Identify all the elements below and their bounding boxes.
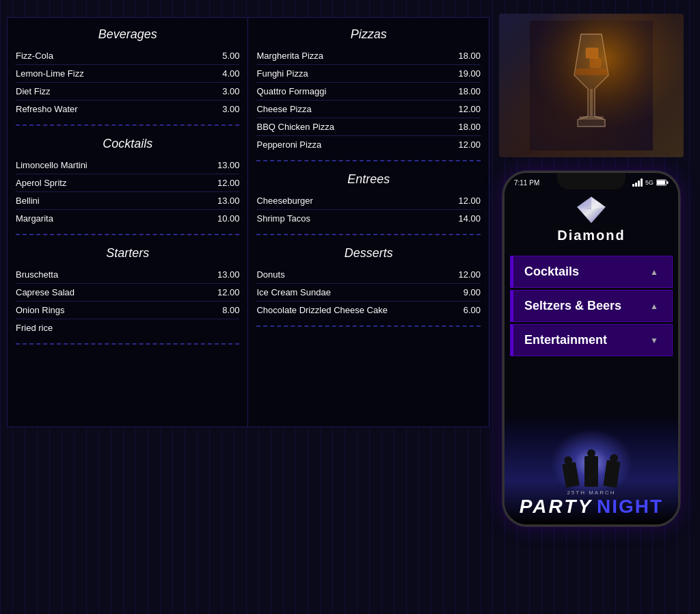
entertainment-button[interactable]: Entertainment ▼ (510, 324, 673, 356)
beverages-items: Fizz-Cola 5.00 Lemon-Lime Fizz 4.00 Diet… (16, 47, 239, 118)
beverages-title: Beverages (16, 23, 239, 47)
starters-items: Bruschetta 13.00 Caprese Salad 12.00 Oni… (16, 266, 239, 336)
cocktails-section: Cocktails Limoncello Martini 13.00 Apero… (16, 133, 239, 227)
cocktails-label: Cocktails (524, 265, 579, 279)
item-name: Pepperoni Pizza (256, 139, 455, 150)
item-price: 14.00 (456, 213, 481, 224)
item-name: Chocolate Drizzled Cheese Cake (256, 305, 455, 315)
menu-item: BBQ Chicken Pizza 18.00 (256, 118, 480, 136)
seltzers-beers-button[interactable]: Seltzers & Beers ▲ (510, 290, 673, 322)
item-price: 12.00 (456, 269, 481, 280)
item-name: Bellini (16, 196, 215, 206)
item-name: Margarita (16, 213, 215, 224)
beverages-section: Beverages Fizz-Cola 5.00 Lemon-Lime Fizz… (16, 23, 239, 118)
item-price: 6.00 (456, 305, 481, 315)
svg-rect-4 (590, 89, 593, 116)
item-name: Caprese Salad (16, 287, 215, 297)
item-name: Donuts (256, 269, 455, 280)
item-price: 12.00 (456, 139, 481, 150)
party-subtitle: NIGHT (597, 496, 663, 518)
item-name: Lemon-Lime Fizz (16, 68, 215, 79)
signal-bar-4 (641, 178, 643, 187)
menu-item: Margarita 10.00 (16, 210, 239, 227)
phone-status-bar: 7:11 PM 5G (504, 173, 678, 192)
item-name: Shrimp Tacos (256, 213, 455, 224)
desserts-title: Desserts (256, 242, 480, 266)
svg-rect-1 (530, 21, 653, 150)
person-silhouette (603, 460, 620, 488)
menu-item: Cheeseburger 12.00 (256, 192, 480, 210)
entrees-title: Entrees (256, 168, 480, 192)
section-divider (256, 325, 480, 327)
item-name: Bruschetta (16, 269, 215, 280)
menu-item: Caprese Salad 12.00 (16, 284, 239, 302)
item-price: 18.00 (456, 122, 481, 132)
signal-bar-3 (638, 181, 640, 187)
cocktails-items: Limoncello Martini 13.00 Aperol Spritz 1… (16, 157, 239, 227)
item-price: 9.00 (456, 287, 481, 297)
brand-name: Diamond (557, 228, 625, 243)
menu-item: Bellini 13.00 (16, 192, 239, 210)
item-name: Quattro Formaggi (256, 86, 455, 96)
item-name: Refresho Water (16, 104, 215, 114)
party-date: 25TH MARCH (504, 490, 678, 496)
section-divider (16, 234, 239, 235)
entrees-section: Entrees Cheeseburger 12.00 Shrimp Tacos … (256, 168, 480, 227)
entrees-items: Cheeseburger 12.00 Shrimp Tacos 14.00 (256, 192, 480, 227)
section-divider (16, 343, 239, 345)
entertainment-arrow: ▼ (650, 336, 658, 345)
item-name: Limoncello Martini (16, 160, 215, 170)
menu-item: Fried rice (16, 319, 239, 336)
menu-item: Donuts 12.00 (256, 266, 480, 284)
svg-rect-7 (667, 181, 668, 184)
item-price: 13.00 (215, 196, 239, 206)
diamond-logo-icon (574, 195, 608, 225)
party-text-overlay: 25TH MARCH PARTY NIGHT (504, 490, 678, 518)
signal-bar-2 (635, 183, 637, 187)
item-name: Cheeseburger (256, 196, 455, 206)
party-silhouettes (564, 456, 619, 487)
item-name: Diet Fizz (16, 86, 215, 96)
svg-rect-5 (579, 116, 604, 120)
item-name: Fried rice (16, 323, 215, 333)
item-price: 4.00 (215, 68, 239, 79)
item-price: 12.00 (456, 196, 481, 206)
desserts-items: Donuts 12.00 Ice Cream Sundae 9.00 Choco… (256, 266, 480, 319)
seltzers-arrow: ▲ (650, 302, 658, 311)
svg-rect-3 (590, 58, 601, 68)
party-title: PARTY (520, 496, 593, 518)
item-name: Ice Cream Sundae (256, 287, 455, 297)
menu-item: Limoncello Martini 13.00 (16, 157, 239, 174)
phone-screen: 7:11 PM 5G (504, 173, 678, 524)
item-price: 3.00 (215, 86, 239, 96)
menu-item: Refresho Water 3.00 (16, 101, 239, 118)
cocktails-title: Cocktails (16, 133, 239, 157)
item-price: 12.00 (215, 178, 239, 188)
cocktails-button[interactable]: Cocktails ▲ (510, 256, 673, 288)
signal-bars (632, 178, 643, 187)
item-price: 12.00 (215, 287, 239, 297)
section-divider (256, 160, 480, 161)
cocktail-glass-illustration (530, 21, 653, 150)
phone-mockup: 7:11 PM 5G (502, 171, 680, 526)
menu-item: Onion Rings 8.00 (16, 302, 239, 319)
item-name: Onion Rings (16, 305, 215, 315)
party-image: 25TH MARCH PARTY NIGHT (504, 415, 678, 524)
menu-item: Cheese Pizza 12.00 (256, 101, 480, 118)
desserts-section: Desserts Donuts 12.00 Ice Cream Sundae 9… (256, 242, 480, 319)
menu-board: Beverages Fizz-Cola 5.00 Lemon-Lime Fizz… (7, 17, 489, 427)
phone-signal: 5G (645, 179, 654, 186)
item-price: 12.00 (456, 104, 481, 114)
item-price: 18.00 (456, 86, 481, 96)
pizzas-title: Pizzas (256, 23, 480, 47)
menu-item: Funghi Pizza 19.00 (256, 65, 480, 83)
seltzers-label: Seltzers & Beers (524, 299, 621, 313)
pizzas-section: Pizzas Margherita Pizza 18.00 Funghi Piz… (256, 23, 480, 153)
item-price: 5.00 (215, 51, 239, 61)
item-price: 10.00 (215, 213, 239, 224)
menu-item: Aperol Spritz 12.00 (16, 174, 239, 192)
item-name: Fizz-Cola (16, 51, 215, 61)
menu-item: Margherita Pizza 18.00 (256, 47, 480, 65)
item-name: BBQ Chicken Pizza (256, 122, 455, 132)
menu-item: Lemon-Lime Fizz 4.00 (16, 65, 239, 83)
